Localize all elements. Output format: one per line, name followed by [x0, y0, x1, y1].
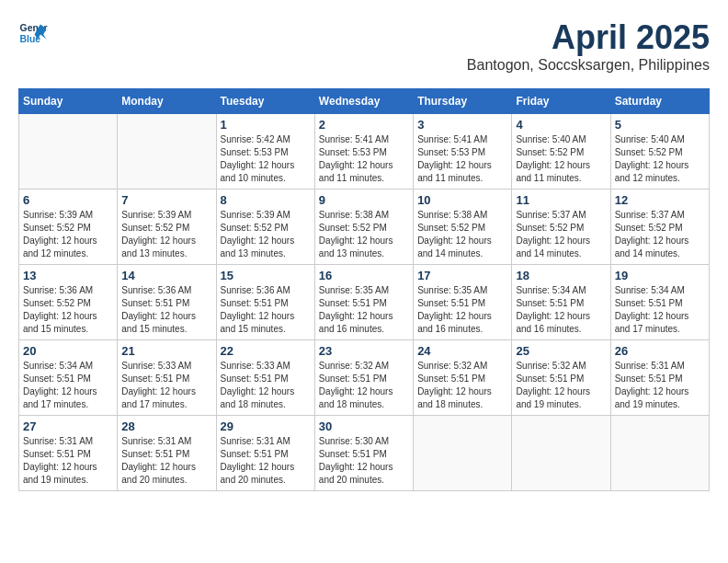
- calendar-cell: 9Sunrise: 5:38 AM Sunset: 5:52 PM Daylig…: [314, 190, 413, 265]
- logo: General Blue: [18, 18, 48, 48]
- calendar-cell: 6Sunrise: 5:39 AM Sunset: 5:52 PM Daylig…: [19, 190, 118, 265]
- day-number: 13: [23, 269, 113, 282]
- calendar-week-row: 13Sunrise: 5:36 AM Sunset: 5:52 PM Dayli…: [19, 265, 710, 340]
- calendar-cell: [118, 114, 216, 190]
- day-info: Sunrise: 5:41 AM Sunset: 5:53 PM Dayligh…: [319, 133, 409, 185]
- day-number: 27: [23, 419, 113, 433]
- day-number: 18: [516, 269, 606, 282]
- calendar-cell: 3Sunrise: 5:41 AM Sunset: 5:53 PM Daylig…: [414, 114, 512, 190]
- weekday-header-monday: Monday: [118, 89, 216, 114]
- calendar-cell: 1Sunrise: 5:42 AM Sunset: 5:53 PM Daylig…: [216, 114, 314, 190]
- day-info: Sunrise: 5:40 AM Sunset: 5:52 PM Dayligh…: [516, 133, 606, 185]
- day-info: Sunrise: 5:31 AM Sunset: 5:51 PM Dayligh…: [23, 435, 113, 487]
- calendar-cell: [414, 416, 512, 491]
- calendar-cell: 14Sunrise: 5:36 AM Sunset: 5:51 PM Dayli…: [118, 265, 216, 340]
- calendar-week-row: 6Sunrise: 5:39 AM Sunset: 5:52 PM Daylig…: [19, 190, 710, 265]
- day-number: 1: [221, 118, 311, 132]
- day-number: 28: [121, 419, 211, 433]
- calendar-cell: 13Sunrise: 5:36 AM Sunset: 5:52 PM Dayli…: [19, 265, 118, 340]
- day-number: 25: [516, 344, 606, 358]
- calendar-cell: 11Sunrise: 5:37 AM Sunset: 5:52 PM Dayli…: [512, 190, 610, 265]
- day-number: 4: [516, 118, 606, 132]
- logo-icon: General Blue: [18, 18, 48, 48]
- day-info: Sunrise: 5:33 AM Sunset: 5:51 PM Dayligh…: [121, 360, 211, 411]
- calendar-cell: 4Sunrise: 5:40 AM Sunset: 5:52 PM Daylig…: [512, 114, 610, 190]
- day-number: 2: [319, 118, 409, 132]
- day-info: Sunrise: 5:34 AM Sunset: 5:51 PM Dayligh…: [615, 284, 705, 336]
- day-info: Sunrise: 5:42 AM Sunset: 5:53 PM Dayligh…: [221, 133, 311, 185]
- calendar-week-row: 27Sunrise: 5:31 AM Sunset: 5:51 PM Dayli…: [19, 416, 710, 491]
- calendar-cell: 2Sunrise: 5:41 AM Sunset: 5:53 PM Daylig…: [314, 114, 413, 190]
- day-info: Sunrise: 5:30 AM Sunset: 5:51 PM Dayligh…: [319, 435, 409, 487]
- day-info: Sunrise: 5:35 AM Sunset: 5:51 PM Dayligh…: [417, 284, 507, 336]
- weekday-header-tuesday: Tuesday: [216, 89, 314, 114]
- calendar-cell: [512, 416, 610, 491]
- weekday-header-friday: Friday: [512, 89, 610, 114]
- day-number: 8: [221, 193, 311, 207]
- calendar-cell: 12Sunrise: 5:37 AM Sunset: 5:52 PM Dayli…: [610, 190, 709, 265]
- calendar-cell: 23Sunrise: 5:32 AM Sunset: 5:51 PM Dayli…: [314, 340, 413, 416]
- day-info: Sunrise: 5:36 AM Sunset: 5:51 PM Dayligh…: [121, 284, 211, 336]
- calendar-week-row: 1Sunrise: 5:42 AM Sunset: 5:53 PM Daylig…: [19, 114, 710, 190]
- calendar-cell: 24Sunrise: 5:32 AM Sunset: 5:51 PM Dayli…: [414, 340, 512, 416]
- day-number: 11: [516, 193, 606, 207]
- location-subtitle: Bantogon, Soccsksargen, Philippines: [467, 57, 710, 74]
- day-number: 29: [221, 419, 311, 433]
- day-info: Sunrise: 5:35 AM Sunset: 5:51 PM Dayligh…: [319, 284, 409, 336]
- day-info: Sunrise: 5:39 AM Sunset: 5:52 PM Dayligh…: [221, 209, 311, 260]
- title-section: April 2025 Bantogon, Soccsksargen, Phili…: [467, 18, 710, 74]
- day-info: Sunrise: 5:38 AM Sunset: 5:52 PM Dayligh…: [319, 209, 409, 260]
- calendar-cell: 29Sunrise: 5:31 AM Sunset: 5:51 PM Dayli…: [216, 416, 314, 491]
- calendar-cell: 21Sunrise: 5:33 AM Sunset: 5:51 PM Dayli…: [118, 340, 216, 416]
- calendar-cell: 19Sunrise: 5:34 AM Sunset: 5:51 PM Dayli…: [610, 265, 709, 340]
- day-info: Sunrise: 5:33 AM Sunset: 5:51 PM Dayligh…: [221, 360, 311, 411]
- calendar-cell: 18Sunrise: 5:34 AM Sunset: 5:51 PM Dayli…: [512, 265, 610, 340]
- day-number: 23: [319, 344, 409, 358]
- weekday-header-thursday: Thursday: [414, 89, 512, 114]
- day-info: Sunrise: 5:32 AM Sunset: 5:51 PM Dayligh…: [319, 360, 409, 411]
- weekday-header-row: SundayMondayTuesdayWednesdayThursdayFrid…: [19, 89, 710, 114]
- day-info: Sunrise: 5:38 AM Sunset: 5:52 PM Dayligh…: [417, 209, 507, 260]
- day-info: Sunrise: 5:36 AM Sunset: 5:51 PM Dayligh…: [221, 284, 311, 336]
- calendar-cell: 22Sunrise: 5:33 AM Sunset: 5:51 PM Dayli…: [216, 340, 314, 416]
- page-header: General Blue April 2025 Bantogon, Soccsk…: [18, 18, 710, 74]
- day-info: Sunrise: 5:34 AM Sunset: 5:51 PM Dayligh…: [516, 284, 606, 336]
- calendar-cell: 8Sunrise: 5:39 AM Sunset: 5:52 PM Daylig…: [216, 190, 314, 265]
- calendar-cell: 17Sunrise: 5:35 AM Sunset: 5:51 PM Dayli…: [414, 265, 512, 340]
- day-info: Sunrise: 5:37 AM Sunset: 5:52 PM Dayligh…: [615, 209, 705, 260]
- calendar-cell: [19, 114, 118, 190]
- weekday-header-sunday: Sunday: [19, 89, 118, 114]
- day-number: 12: [615, 193, 705, 207]
- calendar-cell: 16Sunrise: 5:35 AM Sunset: 5:51 PM Dayli…: [314, 265, 413, 340]
- day-number: 15: [221, 269, 311, 282]
- weekday-header-wednesday: Wednesday: [314, 89, 413, 114]
- day-info: Sunrise: 5:40 AM Sunset: 5:52 PM Dayligh…: [615, 133, 705, 185]
- calendar-week-row: 20Sunrise: 5:34 AM Sunset: 5:51 PM Dayli…: [19, 340, 710, 416]
- calendar-cell: 27Sunrise: 5:31 AM Sunset: 5:51 PM Dayli…: [19, 416, 118, 491]
- calendar-cell: [610, 416, 709, 491]
- day-number: 30: [319, 419, 409, 433]
- day-number: 3: [417, 118, 507, 132]
- day-number: 21: [121, 344, 211, 358]
- day-number: 22: [221, 344, 311, 358]
- day-number: 7: [121, 193, 211, 207]
- day-info: Sunrise: 5:41 AM Sunset: 5:53 PM Dayligh…: [417, 133, 507, 185]
- day-number: 20: [23, 344, 113, 358]
- day-info: Sunrise: 5:36 AM Sunset: 5:52 PM Dayligh…: [23, 284, 113, 336]
- weekday-header-saturday: Saturday: [610, 89, 709, 114]
- day-info: Sunrise: 5:32 AM Sunset: 5:51 PM Dayligh…: [516, 360, 606, 411]
- calendar-cell: 5Sunrise: 5:40 AM Sunset: 5:52 PM Daylig…: [610, 114, 709, 190]
- calendar-cell: 7Sunrise: 5:39 AM Sunset: 5:52 PM Daylig…: [118, 190, 216, 265]
- day-number: 26: [615, 344, 705, 358]
- calendar-cell: 30Sunrise: 5:30 AM Sunset: 5:51 PM Dayli…: [314, 416, 413, 491]
- day-number: 14: [121, 269, 211, 282]
- calendar-cell: 15Sunrise: 5:36 AM Sunset: 5:51 PM Dayli…: [216, 265, 314, 340]
- month-year-title: April 2025: [467, 18, 710, 57]
- day-number: 6: [23, 193, 113, 207]
- day-number: 16: [319, 269, 409, 282]
- day-info: Sunrise: 5:39 AM Sunset: 5:52 PM Dayligh…: [23, 209, 113, 260]
- calendar-cell: 10Sunrise: 5:38 AM Sunset: 5:52 PM Dayli…: [414, 190, 512, 265]
- day-info: Sunrise: 5:32 AM Sunset: 5:51 PM Dayligh…: [417, 360, 507, 411]
- day-info: Sunrise: 5:31 AM Sunset: 5:51 PM Dayligh…: [221, 435, 311, 487]
- day-info: Sunrise: 5:31 AM Sunset: 5:51 PM Dayligh…: [615, 360, 705, 411]
